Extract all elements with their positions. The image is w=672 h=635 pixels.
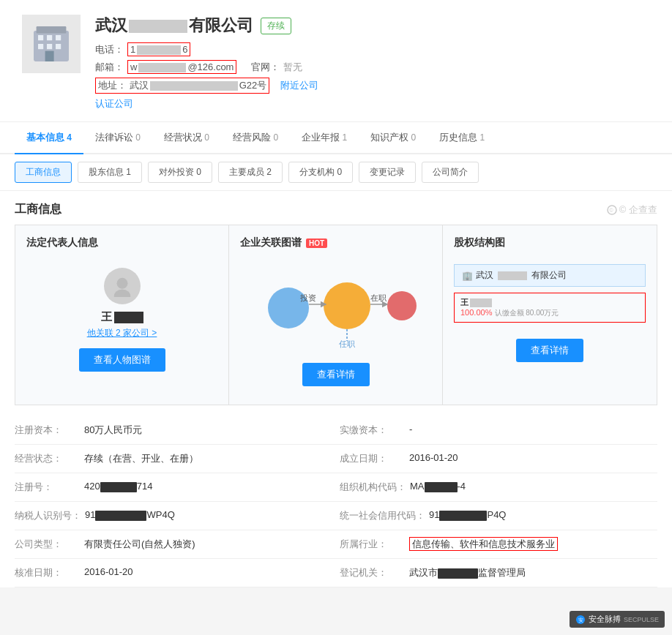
- equity-title: 股权结构图: [454, 236, 646, 249]
- svg-text:©: ©: [609, 208, 613, 213]
- svg-rect-2: [38, 35, 43, 40]
- hot-badge: HOT: [306, 238, 327, 248]
- equity-company-icon: 🏢: [462, 271, 473, 281]
- company-name: 武汉有限公司: [95, 15, 253, 37]
- rep-related-link[interactable]: 他关联 2 家公司 >: [87, 327, 157, 339]
- svg-rect-3: [47, 35, 52, 40]
- section-header: 工商信息 © © 企查查: [0, 191, 672, 225]
- address-value: 地址： 武汉G22号: [95, 78, 269, 94]
- tab-risk[interactable]: 经营风险 0: [221, 122, 290, 154]
- email-value: w@126.com: [127, 60, 236, 74]
- approve-value: 2016-01-20: [84, 566, 133, 579]
- tax-id: 纳税人识别号： 91WP4Q: [15, 509, 332, 522]
- paid-capital-label: 实缴资本：: [340, 424, 406, 437]
- registered-capital: 注册资本： 80万人民币元: [15, 424, 332, 437]
- equity-details: 100.00% 认缴金额 80.00万元: [460, 308, 639, 318]
- equity-pct: 100.00%: [460, 308, 492, 317]
- company-type-value: 有限责任公司(自然人独资): [84, 538, 195, 551]
- detail-row-regnumber: 注册号： 420714 组织机构代码： MA-4: [15, 473, 657, 502]
- org-code-value: MA-4: [410, 481, 466, 494]
- website-value: 暂无: [283, 61, 302, 74]
- main-tabs: 基本信息 4 法律诉讼 0 经营状况 0 经营风险 0 企业年报 1 知识产权 …: [0, 122, 672, 154]
- company-name-row: 武汉有限公司 存续: [95, 15, 650, 37]
- detail-row-approve: 核准日期： 2016-01-20 登记机关： 武汉市监督管理局: [15, 559, 657, 587]
- company-info: 武汉有限公司 存续 电话： 16 邮箱： w@126.com 官网： 暂无: [95, 15, 650, 110]
- detail-row-status: 经营状态： 存续（在营、开业、在册） 成立日期： 2016-01-20: [15, 445, 657, 473]
- auth-company-link[interactable]: 认证公司: [95, 98, 133, 109]
- email-row: 邮箱： w@126.com 官网： 暂无: [95, 60, 650, 74]
- equity-amount: 认缴金额 80.00万元: [495, 309, 559, 317]
- company-logo: [22, 15, 81, 73]
- svg-rect-8: [45, 51, 54, 61]
- paid-capital: 实缴资本： -: [340, 424, 657, 437]
- company-graph-col: 企业关联图谱 HOT: [229, 225, 443, 405]
- biz-status: 经营状态： 存续（在营、开业、在册）: [15, 452, 332, 465]
- tab-ip[interactable]: 知识产权 0: [359, 122, 428, 154]
- approve-label: 核准日期：: [15, 566, 81, 579]
- svg-text:投资: 投资: [299, 293, 316, 302]
- founded-date: 成立日期： 2016-01-20: [340, 452, 657, 465]
- subtab-changes[interactable]: 变更记录: [359, 162, 416, 183]
- equity-shareholder-item: 王 100.00% 认缴金额 80.00万元: [454, 293, 646, 323]
- org-code-label: 组织机构代码：: [340, 481, 406, 494]
- subtab-branches[interactable]: 分支机构 0: [288, 162, 353, 183]
- subtab-intro[interactable]: 公司简介: [422, 162, 479, 183]
- detail-row-capital: 注册资本： 80万人民币元 实缴资本： -: [15, 416, 657, 445]
- credit-code-label: 统一社会信用代码：: [340, 509, 425, 522]
- founded-value: 2016-01-20: [409, 452, 458, 465]
- svg-point-14: [324, 282, 370, 329]
- subtab-shareholders[interactable]: 股东信息 1: [78, 162, 142, 183]
- section-title: 工商信息: [15, 202, 61, 217]
- equity-col: 股权结构图 🏢 武汉有限公司 王 100.00% 认缴金额 80.00万元: [443, 225, 657, 405]
- equity-content: 🏢 武汉有限公司 王 100.00% 认缴金额 80.00万元 查看详情: [454, 260, 646, 366]
- view-equity-detail-button[interactable]: 查看详情: [516, 339, 583, 362]
- watermark: © © 企查查: [607, 203, 657, 217]
- detail-row-taxid: 纳税人识别号： 91WP4Q 统一社会信用代码： 91P4Q: [15, 502, 657, 530]
- graph-title: 企业关联图谱 HOT: [240, 236, 431, 249]
- subtab-investment[interactable]: 对外投资 0: [148, 162, 212, 183]
- biz-status-label: 经营状态：: [15, 452, 81, 465]
- address-row: 地址： 武汉G22号 附近公司: [95, 78, 650, 94]
- graph-area: 投资 在职 任职 查看详情: [240, 260, 431, 394]
- tab-history[interactable]: 历史信息 1: [428, 122, 496, 154]
- company-details-table: 注册资本： 80万人民币元 实缴资本： - 经营状态： 存续（在营、开业、在册）…: [15, 416, 657, 587]
- org-code: 组织机构代码： MA-4: [340, 481, 657, 494]
- svg-rect-4: [56, 35, 61, 40]
- reg-auth-value: 武汉市监督管理局: [409, 566, 526, 579]
- tab-legal[interactable]: 法律诉讼 0: [83, 122, 152, 154]
- svg-rect-6: [47, 44, 52, 49]
- graph-visualization: 投资 在职 任职: [255, 268, 417, 348]
- phone-row: 电话： 16: [95, 42, 650, 56]
- phone-value: 16: [127, 42, 190, 56]
- legal-rep-col: 法定代表人信息 王 他关联 2 家公司 > 查看人物图谱: [15, 225, 229, 405]
- svg-rect-7: [56, 44, 61, 49]
- three-col-section: 法定代表人信息 王 他关联 2 家公司 > 查看人物图谱 企业关联图谱 H: [15, 225, 657, 405]
- rep-avatar: [104, 268, 141, 304]
- reg-num-label: 注册号：: [15, 481, 81, 494]
- approve-date: 核准日期： 2016-01-20: [15, 566, 332, 579]
- svg-point-11: [116, 278, 127, 289]
- rep-name: 王: [101, 310, 143, 324]
- view-graph-detail-button[interactable]: 查看详情: [302, 363, 370, 386]
- equity-company-box: 🏢 武汉有限公司: [454, 264, 646, 287]
- reg-capital-value: 80万人民币元: [84, 424, 142, 437]
- view-person-graph-button[interactable]: 查看人物图谱: [79, 348, 165, 372]
- industry-label: 所属行业：: [340, 538, 406, 551]
- credit-code: 统一社会信用代码： 91P4Q: [340, 509, 657, 522]
- svg-text:任职: 任职: [338, 339, 355, 348]
- industry-value: 信息传输、软件和信息技术服务业: [409, 538, 558, 551]
- subtab-members[interactable]: 主要成员 2: [218, 162, 283, 183]
- tab-operations[interactable]: 经营状况 0: [152, 122, 221, 154]
- nearby-company-link[interactable]: 附近公司: [280, 79, 318, 92]
- website-label: 官网：: [251, 61, 280, 74]
- tab-basic-info[interactable]: 基本信息 4: [15, 122, 83, 154]
- reg-capital-label: 注册资本：: [15, 424, 81, 437]
- company-type: 公司类型： 有限责任公司(自然人独资): [15, 538, 332, 551]
- subtab-business-info[interactable]: 工商信息: [15, 162, 72, 183]
- tab-annual[interactable]: 企业年报 1: [290, 122, 359, 154]
- email-label: 邮箱：: [95, 61, 124, 74]
- svg-text:在职: 在职: [370, 293, 387, 302]
- paid-capital-value: -: [409, 424, 412, 437]
- legal-rep-title: 法定代表人信息: [26, 236, 217, 249]
- svg-point-15: [387, 291, 417, 320]
